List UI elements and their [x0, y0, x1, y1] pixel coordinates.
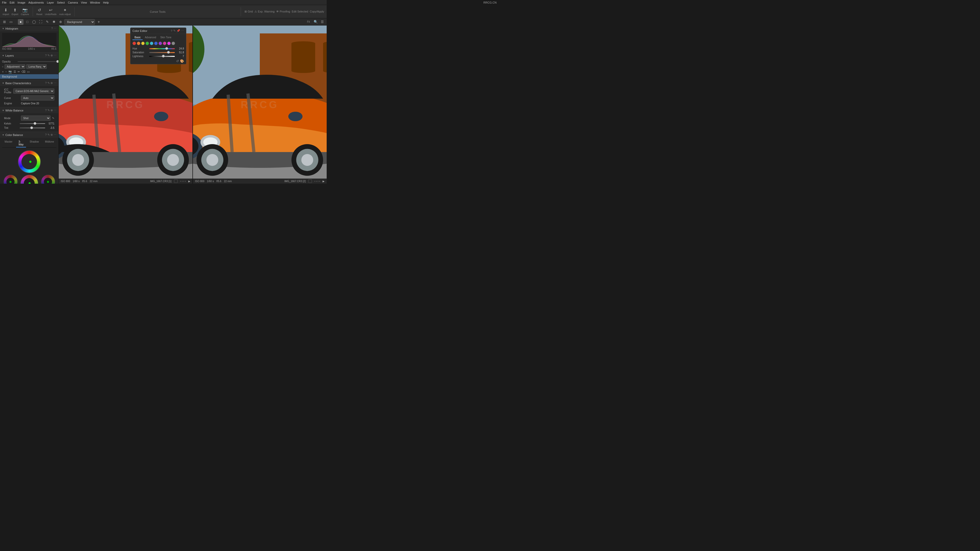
- eyedropper-wb-icon[interactable]: ✎: [52, 117, 54, 120]
- circle-tool[interactable]: ●: [18, 19, 24, 25]
- lasso-tool[interactable]: ◯: [31, 19, 37, 25]
- eraser-layer-icon[interactable]: ⌫: [21, 70, 25, 73]
- menu-image[interactable]: Image: [18, 1, 25, 4]
- color-swatch-cyan[interactable]: [150, 41, 153, 45]
- edit-selected-button[interactable]: Edit Selected: [292, 10, 308, 13]
- ce-tab-basic[interactable]: Basic: [132, 35, 143, 40]
- cb-tab-3way[interactable]: 3-Way: [16, 139, 26, 148]
- color-balance-header[interactable]: ▼ Color Balance ? ✎ ⊕ ⋯: [0, 132, 59, 138]
- color-swatch-red[interactable]: [132, 41, 136, 45]
- tint-slider[interactable]: [20, 127, 45, 128]
- layers-header[interactable]: ▼ Layers ? ✎ ⊕ ⋯: [0, 52, 59, 59]
- ce-bottom: ↺ 🎨: [130, 58, 186, 64]
- background-layer[interactable]: Background: [0, 74, 59, 79]
- ce-edit-icon[interactable]: ✎: [173, 29, 176, 32]
- ce-more-icon[interactable]: ⋯: [181, 29, 184, 32]
- cb-tab-midtone[interactable]: Midtone: [42, 139, 57, 148]
- cb-circles: Shadow Midtone Highl: [2, 174, 56, 184]
- menu-view[interactable]: View: [81, 1, 87, 4]
- menu-layer[interactable]: Layer: [47, 1, 54, 4]
- highlight-wheel[interactable]: [41, 175, 55, 184]
- grid-view-btn[interactable]: ⊞: [2, 19, 7, 25]
- color-swatch-orange[interactable]: [137, 41, 140, 45]
- zoom-icon[interactable]: 🔍: [313, 19, 318, 25]
- right-nav-btn[interactable]: ▶: [323, 180, 325, 183]
- white-balance-header[interactable]: ▼ White Balance ? ✎ ⊕ ⋯: [0, 107, 59, 113]
- view-options-btn[interactable]: ☰: [320, 19, 325, 25]
- reset-button[interactable]: ↺ Reset: [37, 8, 43, 16]
- kelvin-slider[interactable]: [20, 123, 45, 124]
- camera-layer-icon[interactable]: 📷: [8, 70, 12, 73]
- grid-button[interactable]: ⊞ Grid: [245, 10, 253, 13]
- single-view-btn[interactable]: ▭: [8, 19, 14, 25]
- ce-tab-advanced[interactable]: Advanced: [143, 35, 158, 40]
- capture-button[interactable]: 📷 Capture: [21, 8, 29, 16]
- import-button[interactable]: ⬇ Import: [3, 8, 9, 16]
- heal-tool[interactable]: ✱: [51, 19, 57, 25]
- ce-help-icon[interactable]: ?: [171, 29, 172, 32]
- luma-range-dropdown[interactable]: Luma Range...: [26, 64, 47, 69]
- menu-window[interactable]: Window: [90, 1, 100, 4]
- left-filename: IMG_1667.CR3 [1]: [150, 180, 171, 183]
- opacity-slider[interactable]: [18, 61, 56, 62]
- icc-dropdown[interactable]: Canon EOS-M6 Mk2 Generic: [13, 89, 54, 94]
- cb-tab-master[interactable]: Master: [2, 139, 15, 148]
- exp-warning-button[interactable]: ⚠ Exp. Warning: [255, 10, 275, 13]
- menu-edit[interactable]: Edit: [10, 1, 14, 4]
- left-nav-btn[interactable]: ▶: [188, 180, 190, 183]
- proofing-button[interactable]: 👁 Proofing: [276, 10, 290, 13]
- add-layer-btn[interactable]: +: [96, 19, 102, 25]
- color-swatch-green[interactable]: [145, 41, 149, 45]
- adjustment-dropdown[interactable]: Adjustment: [5, 64, 25, 69]
- menu-camera[interactable]: Camera: [68, 1, 78, 4]
- export-button[interactable]: ⬆ Export: [12, 8, 18, 16]
- menu-file[interactable]: File: [2, 1, 6, 4]
- menu-adjustments[interactable]: Adjustments: [28, 1, 44, 4]
- saturation-value: 51.8: [177, 51, 184, 54]
- wb-mode-dropdown[interactable]: Shot: [21, 116, 51, 121]
- copy-apply-button[interactable]: Copy/Apply: [310, 10, 324, 13]
- svg-rect-4: [189, 41, 192, 73]
- brush-layer-icon[interactable]: ✏: [18, 70, 20, 73]
- list-layer-icon[interactable]: ☰: [14, 70, 16, 73]
- histogram-header[interactable]: ▼ Histogram ? ⋯: [0, 25, 59, 32]
- crop-tool[interactable]: ⛶: [38, 19, 43, 25]
- color-wheel-master[interactable]: [18, 150, 41, 173]
- square-tool[interactable]: □: [24, 19, 30, 25]
- autoadjust-button[interactable]: ✦ Auto Adjust: [59, 8, 71, 16]
- color-swatch-purple[interactable]: [159, 41, 162, 45]
- menu-help[interactable]: Help: [103, 1, 109, 4]
- curve-dropdown[interactable]: Auto: [21, 95, 54, 100]
- shadow-wheel[interactable]: [3, 175, 18, 184]
- ce-tab-skintone[interactable]: Skin Tone: [158, 35, 173, 40]
- lightness-slider[interactable]: [149, 56, 175, 57]
- remove-layer-icon[interactable]: −: [5, 70, 6, 73]
- hue-slider[interactable]: [149, 48, 175, 49]
- svg-rect-24: [323, 41, 327, 73]
- saturation-slider[interactable]: [149, 52, 175, 53]
- more-layer-icon[interactable]: ▭: [27, 70, 30, 73]
- base-char-icons: ? ✎ ⊕ ⋯: [45, 81, 56, 85]
- ce-picker-icon[interactable]: 🎨: [180, 59, 184, 63]
- right-car-image: RRCG: [193, 25, 327, 184]
- right-corner-btn[interactable]: [308, 179, 312, 183]
- color-swatch-gray[interactable]: [172, 41, 175, 45]
- base-characteristics-header[interactable]: ▼ Base Characteristics ? ✎ ⊕ ⋯: [0, 80, 59, 86]
- hue-row: Hue 24.8: [130, 47, 186, 51]
- cb-tab-shadow[interactable]: Shadow: [27, 139, 41, 148]
- menu-select[interactable]: Select: [57, 1, 65, 4]
- left-corner-btn[interactable]: [174, 179, 178, 183]
- ce-reset-icon[interactable]: ↺: [176, 59, 179, 63]
- layer-dropdown[interactable]: Background: [64, 19, 95, 25]
- color-swatch-yellow[interactable]: [141, 41, 145, 45]
- undoredo-button[interactable]: ↩ Undo/Redo: [45, 8, 57, 16]
- color-swatch-blue[interactable]: [154, 41, 158, 45]
- lightness-row: Lightness 7: [130, 54, 186, 58]
- ce-pin-icon[interactable]: 📌: [177, 29, 180, 32]
- clone-tool[interactable]: ⊕: [58, 19, 63, 25]
- color-swatch-magenta[interactable]: [167, 41, 171, 45]
- add-layer-icon[interactable]: +: [2, 70, 3, 73]
- eyedropper-tool[interactable]: ✎: [45, 19, 50, 25]
- midtone-wheel[interactable]: [21, 175, 38, 184]
- color-swatch-pink[interactable]: [163, 41, 166, 45]
